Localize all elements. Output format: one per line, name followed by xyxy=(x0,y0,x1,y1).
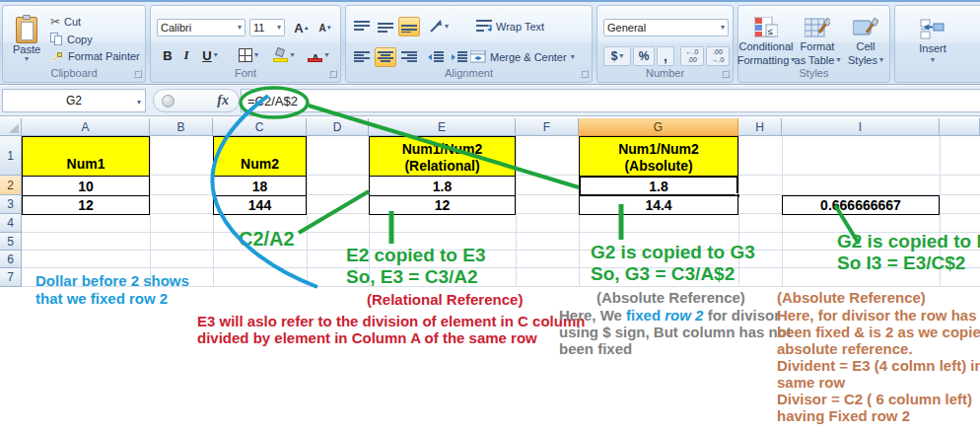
name-box[interactable]: G2 ▾ xyxy=(2,89,146,112)
orientation-button[interactable]: ▾ xyxy=(425,17,453,36)
col-header-G[interactable]: G xyxy=(579,118,738,136)
font-group-label: Font xyxy=(151,67,340,79)
font-color-button[interactable]: A ▾ xyxy=(304,45,333,65)
annotation-relational-ref: (Relational Reference) xyxy=(367,291,523,308)
styles-group-label: Styles xyxy=(738,67,889,79)
font-group: Calibri▾ 11▾ A▲ A▼ B I U ▾ ▾ xyxy=(150,5,341,83)
merge-center-button[interactable]: Merge & Center ▾ xyxy=(470,50,575,63)
cell-A2[interactable]: 10 xyxy=(22,176,150,196)
cell-E1[interactable]: Num1/Num2(Relational) xyxy=(369,136,516,177)
number-dialog-launcher-icon[interactable] xyxy=(722,70,730,78)
font-dialog-launcher-icon[interactable] xyxy=(329,70,337,78)
fill-color-icon xyxy=(273,48,288,62)
col-header-A[interactable]: A xyxy=(22,118,150,136)
cell-A1[interactable]: Num1 xyxy=(22,136,150,177)
align-top-button[interactable] xyxy=(351,17,373,36)
merge-center-icon xyxy=(470,50,486,63)
insert-caret-icon: ▾ xyxy=(931,56,935,64)
conditional-formatting-button[interactable]: ≤ Conditional Formatting▾ xyxy=(740,11,792,72)
wrap-text-button[interactable]: Wrap Text xyxy=(476,20,544,33)
cell-styles-button[interactable]: Cell Styles▾ xyxy=(843,11,888,72)
bold-button[interactable]: B xyxy=(159,45,176,65)
formula-input[interactable]: =C2/A$2 xyxy=(241,89,980,112)
select-all-corner[interactable] xyxy=(0,118,22,136)
col-header-H[interactable]: H xyxy=(738,118,782,136)
align-right-icon xyxy=(401,51,417,63)
fill-color-button[interactable]: ▾ xyxy=(269,45,299,65)
italic-button[interactable]: I xyxy=(178,45,194,65)
cell-G3[interactable]: 14.4 xyxy=(579,195,738,215)
cell-G1[interactable]: Num1/Num2(Absolute) xyxy=(579,136,738,177)
format-painter-button[interactable]: Format Painter xyxy=(50,50,140,62)
annotation-c2a2: C2/A2 xyxy=(239,228,295,250)
percent-style-button[interactable]: % xyxy=(633,46,655,66)
number-format-combo[interactable]: General▾ xyxy=(603,19,729,36)
row-header-3[interactable]: 3 xyxy=(0,195,22,214)
cell-E3[interactable]: 12 xyxy=(369,195,516,215)
row-header-1[interactable]: 1 xyxy=(0,136,22,176)
increase-indent-button[interactable] xyxy=(449,47,470,67)
clipboard-dialog-launcher-icon[interactable] xyxy=(134,70,142,78)
col-header-partial[interactable] xyxy=(940,118,980,136)
row-header-5[interactable]: 5 xyxy=(0,233,22,251)
number-group-label: Number xyxy=(597,67,733,79)
cell-G2-selected[interactable]: 1.8 xyxy=(579,176,738,196)
insert-cells-button[interactable]: Insert ▾ xyxy=(909,11,956,72)
align-right-button[interactable] xyxy=(398,47,420,67)
annotation-dollar-note: Dollar before 2 shows that we fixed row … xyxy=(35,272,189,308)
col-header-C[interactable]: C xyxy=(213,118,307,136)
decrease-indent-button[interactable] xyxy=(425,47,447,67)
col-header-E[interactable]: E xyxy=(369,118,516,136)
align-top-icon xyxy=(354,21,370,33)
col-header-I[interactable]: I xyxy=(782,118,940,136)
function-capsule: fx xyxy=(153,89,240,112)
row-header-6[interactable]: 6 xyxy=(0,251,22,268)
grow-font-button[interactable]: A▲ xyxy=(291,18,313,37)
align-middle-button[interactable] xyxy=(375,17,396,36)
cell-E2[interactable]: 1.8 xyxy=(369,176,516,196)
annotation-i3-copied: G2 is copied to I3 So I3 = E3/C$2 xyxy=(837,231,980,274)
cell-styles-caret-icon: ▾ xyxy=(879,56,883,64)
annotation-absolute-ref-i: (Absolute Reference) xyxy=(777,289,926,306)
annotation-relational-note: E3 will aslo refer to the division of el… xyxy=(197,313,585,346)
comma-style-button[interactable]: , xyxy=(657,46,674,66)
worksheet-grid: A B C D E F G H I 1 2 3 4 5 6 7 Num1 xyxy=(0,118,980,287)
ribbon: Paste ▾ ✂ Cut Copy Format Painter Clipbo… xyxy=(0,0,980,85)
cell-A3[interactable]: 12 xyxy=(22,195,150,215)
align-bottom-button[interactable] xyxy=(398,17,420,36)
font-size-caret-icon: ▾ xyxy=(277,24,281,32)
font-name-combo[interactable]: Calibri▾ xyxy=(157,19,245,36)
cells-group: Insert ▾ xyxy=(894,5,980,83)
col-header-F[interactable]: F xyxy=(516,118,579,136)
format-as-table-button[interactable]: Format as Table▾ xyxy=(794,11,841,72)
row-header-2[interactable]: 2 xyxy=(0,176,22,195)
underline-button[interactable]: U ▾ xyxy=(196,45,224,65)
copy-button[interactable]: Copy xyxy=(50,33,93,45)
font-size-combo[interactable]: 11▾ xyxy=(249,19,285,36)
function-circle-icon xyxy=(162,95,175,108)
accounting-format-button[interactable]: $ ▾ xyxy=(603,46,631,66)
clipboard-group: Paste ▾ ✂ Cut Copy Format Painter Clipbo… xyxy=(2,5,146,83)
styles-group: ≤ Conditional Formatting▾ Format as Tabl… xyxy=(737,5,890,83)
increase-decimal-button[interactable]: ←.0 .00 xyxy=(680,46,704,66)
paste-label: Paste xyxy=(13,43,40,55)
cut-button[interactable]: ✂ Cut xyxy=(50,15,81,29)
cell-C2[interactable]: 18 xyxy=(213,176,307,196)
decrease-decimal-button[interactable]: .00 →.0 xyxy=(706,46,730,66)
annotation-absolute-note-g: Here, We fixed row 2 for divisor using $… xyxy=(559,307,792,357)
align-center-button[interactable] xyxy=(375,47,396,67)
cell-C3[interactable]: 144 xyxy=(213,195,307,215)
shrink-font-button[interactable]: A▼ xyxy=(315,18,336,37)
borders-button[interactable]: ▾ xyxy=(234,45,263,65)
cell-I3[interactable]: 0.666666667 xyxy=(782,195,940,215)
align-left-button[interactable] xyxy=(351,47,373,67)
col-header-D[interactable]: D xyxy=(307,118,369,136)
col-header-B[interactable]: B xyxy=(150,118,213,136)
alignment-dialog-launcher-icon[interactable] xyxy=(581,70,589,78)
row-header-7[interactable]: 7 xyxy=(0,268,22,287)
merge-center-caret-icon: ▾ xyxy=(571,53,575,61)
cell-C1[interactable]: Num2 xyxy=(213,136,307,177)
insert-function-button[interactable]: fx xyxy=(217,93,229,108)
row-header-4[interactable]: 4 xyxy=(0,214,22,233)
paste-button[interactable]: Paste ▾ xyxy=(7,10,46,69)
